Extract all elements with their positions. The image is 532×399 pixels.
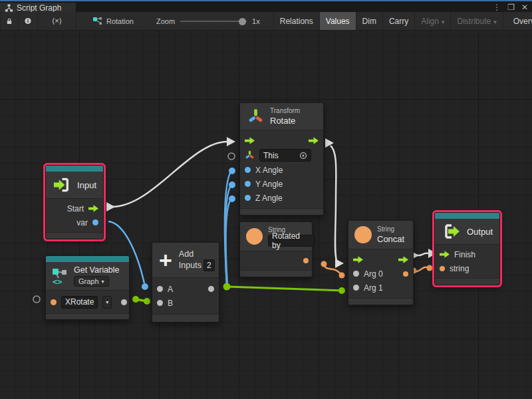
- unconnected-port-ring[interactable]: [228, 153, 235, 160]
- wire-arrowhead: [335, 259, 344, 268]
- node-get-variable[interactable]: <> Get Variable Graph ▾ XRotate ▾: [45, 255, 130, 320]
- definition-strip: [46, 166, 103, 172]
- port-label: Z Angle: [255, 194, 283, 203]
- string-type-icon: [246, 228, 263, 245]
- scope-label: Graph: [78, 277, 99, 285]
- node-title: Input: [77, 180, 96, 190]
- port-row-finish[interactable]: Finish: [435, 247, 499, 261]
- definition-strip: [435, 213, 499, 219]
- wire-rotate-to-concat[interactable]: [331, 146, 336, 261]
- input-icon: [53, 177, 72, 193]
- node-add[interactable]: + Add Inputs 2 A B: [152, 242, 219, 323]
- transform-mini-icon: [245, 150, 255, 160]
- input-port-icon: [157, 300, 163, 306]
- wire-concat-to-output[interactable]: [418, 253, 428, 256]
- port-row-string[interactable]: string: [435, 261, 499, 275]
- port-row-arg0[interactable]: Arg 0: [348, 267, 413, 281]
- port-label: Finish: [454, 250, 475, 259]
- unconnected-port-ring[interactable]: [33, 296, 40, 303]
- flow-port-icon: [88, 205, 98, 212]
- flow-port-icon: [440, 251, 450, 258]
- node-string-concat[interactable]: String Concat Arg 0 A: [348, 220, 414, 305]
- port-label: Arg 0: [364, 269, 383, 279]
- port-row-b[interactable]: B: [152, 296, 219, 310]
- svg-text:<>: <>: [53, 277, 62, 285]
- wire-endpoint-dot: [229, 196, 235, 202]
- node-title-line2: Inputs: [179, 260, 201, 271]
- node-input[interactable]: Input Start var: [45, 165, 104, 239]
- script-graph-window: Script Graph ⋮ ❐ ✕ ⟨×⟩: [0, 0, 532, 399]
- variable-name: XRotate: [65, 297, 94, 307]
- node-footer: [435, 279, 499, 285]
- this-label: This: [263, 151, 279, 160]
- node-footer: [240, 271, 312, 277]
- wire-endpoint-dot: [132, 296, 139, 303]
- wire-endpoint-dot: [223, 283, 231, 291]
- string-port-icon[interactable]: [303, 258, 309, 263]
- port-row-y-angle[interactable]: Y Angle: [240, 177, 323, 191]
- variable-name-field[interactable]: XRotate: [61, 296, 98, 309]
- wire-start-to-rotate[interactable]: [112, 142, 227, 207]
- node-title: Concat: [377, 234, 404, 244]
- wire-endpoint-dot: [427, 265, 433, 271]
- port-label: Y Angle: [255, 180, 283, 189]
- chevron-down-icon: ▾: [106, 299, 108, 305]
- this-object-field[interactable]: This: [259, 149, 311, 162]
- port-row-x-angle[interactable]: X Angle: [240, 163, 323, 177]
- input-port-icon: [353, 271, 359, 277]
- output-port-icon[interactable]: [121, 299, 127, 305]
- flow-row[interactable]: [348, 253, 413, 267]
- output-row[interactable]: [240, 255, 312, 267]
- object-picker-icon[interactable]: [299, 152, 307, 160]
- string-value: Rotated by: [272, 231, 311, 250]
- port-label: Start: [67, 204, 84, 213]
- value-port-icon: [245, 181, 251, 187]
- result-port-icon[interactable]: [403, 271, 408, 277]
- port-row-arg1[interactable]: Arg 1: [348, 281, 413, 295]
- wire-endpoint-dot: [229, 182, 235, 188]
- node-footer: [240, 209, 323, 215]
- wire-endpoint-dot: [229, 168, 235, 174]
- wire-endpoint-dot: [339, 273, 345, 279]
- wire-endpoint-dot: [321, 261, 327, 267]
- wire-endpoint-dot: [142, 283, 148, 290]
- string-type-icon: [354, 226, 372, 243]
- wire-add-to-zangle[interactable]: [226, 200, 231, 285]
- flow-out-icon: [309, 137, 319, 144]
- string-port-icon: [440, 266, 445, 271]
- port-label: B: [168, 299, 173, 308]
- node-footer: [46, 314, 129, 319]
- node-footer: [152, 315, 219, 322]
- port-label: var: [76, 218, 88, 227]
- flow-row[interactable]: [240, 134, 323, 148]
- output-port-icon[interactable]: [208, 286, 214, 292]
- string-port-icon[interactable]: [51, 299, 57, 305]
- input-count-stepper[interactable]: 2: [203, 259, 215, 271]
- port-label: string: [450, 264, 469, 273]
- node-title: Get Variable: [74, 265, 120, 275]
- node-string-literal[interactable]: String Rotated by: [239, 221, 313, 277]
- wire-start-marker: [106, 202, 115, 211]
- node-output[interactable]: Output Finish string: [434, 212, 500, 285]
- variable-row: XRotate ▾: [46, 295, 129, 309]
- node-subtitle: String: [377, 225, 404, 233]
- variable-scope-dropdown[interactable]: Graph ▾: [74, 276, 109, 287]
- wire-add-to-arg1[interactable]: [227, 287, 342, 291]
- flow-in-icon: [245, 137, 255, 144]
- port-row-z-angle[interactable]: Z Angle: [240, 191, 323, 205]
- port-row-var[interactable]: var: [46, 215, 103, 229]
- this-row[interactable]: This: [240, 148, 323, 163]
- chevron-down-icon: ▾: [102, 279, 104, 285]
- port-row-start[interactable]: Start: [46, 201, 103, 215]
- wire-start-marker: [325, 138, 334, 148]
- string-value-field[interactable]: Rotated by: [268, 235, 315, 247]
- wire-endpoint-dot: [338, 287, 345, 294]
- port-label: X Angle: [255, 166, 283, 175]
- port-row-a[interactable]: A: [152, 282, 219, 296]
- definition-strip: [46, 256, 129, 262]
- node-transform-rotate[interactable]: Transform Rotate: [239, 102, 324, 215]
- node-footer: [348, 299, 413, 305]
- variable-picker-button[interactable]: ▾: [102, 296, 112, 309]
- node-subtitle: Transform: [270, 107, 300, 114]
- node-footer: [46, 233, 103, 239]
